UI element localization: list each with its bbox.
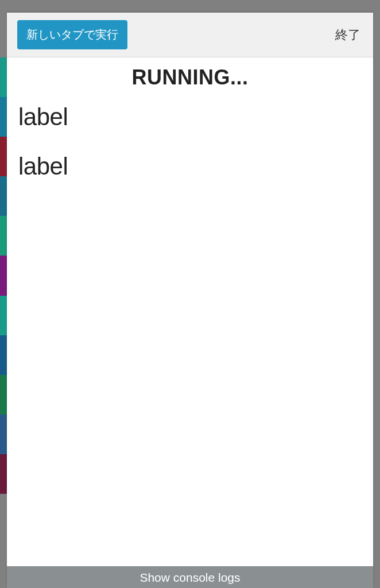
modal-header: 新しいタブで実行 終了 [7,13,373,57]
status-title: RUNNING... [18,65,362,90]
close-button[interactable]: 終了 [333,22,363,48]
output-label: label [18,103,362,131]
run-modal: 新しいタブで実行 終了 RUNNING... label label Show … [7,13,373,588]
output-label: label [18,153,362,180]
background-color-stripes [0,57,7,494]
modal-body: RUNNING... label label [7,57,373,566]
show-console-logs-button[interactable]: Show console logs [7,566,373,588]
run-new-tab-button[interactable]: 新しいタブで実行 [17,20,127,49]
